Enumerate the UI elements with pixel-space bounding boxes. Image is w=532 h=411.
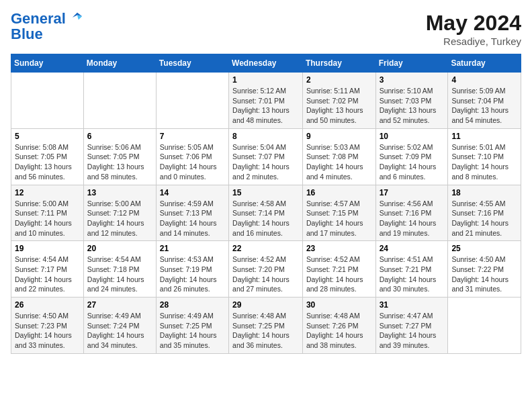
calendar-cell: 30Sunrise: 4:48 AMSunset: 7:26 PMDayligh…	[302, 298, 375, 354]
calendar-cell	[448, 298, 521, 354]
calendar-cell: 2Sunrise: 5:11 AMSunset: 7:02 PMDaylight…	[302, 73, 375, 129]
day-number: 12	[15, 188, 80, 197]
day-info: Sunrise: 5:06 AMSunset: 7:05 PMDaylight:…	[87, 142, 152, 182]
day-info: Sunrise: 4:53 AMSunset: 7:19 PMDaylight:…	[160, 255, 225, 294]
month-title: May 2024	[426, 11, 521, 36]
calendar-cell: 26Sunrise: 4:50 AMSunset: 7:23 PMDayligh…	[11, 298, 84, 354]
calendar-cell: 22Sunrise: 4:52 AMSunset: 7:20 PMDayligh…	[229, 241, 303, 298]
calendar-cell: 5Sunrise: 5:08 AMSunset: 7:05 PMDaylight…	[11, 128, 84, 185]
calendar-week-row: 5Sunrise: 5:08 AMSunset: 7:05 PMDaylight…	[11, 128, 521, 185]
day-number: 8	[232, 132, 299, 141]
weekday-header: Saturday	[448, 54, 521, 73]
day-number: 7	[160, 132, 225, 141]
logo-bird-icon	[71, 11, 83, 24]
day-number: 21	[160, 244, 225, 253]
calendar-cell: 19Sunrise: 4:54 AMSunset: 7:17 PMDayligh…	[11, 241, 84, 298]
day-info: Sunrise: 4:52 AMSunset: 7:21 PMDaylight:…	[306, 255, 372, 294]
day-number: 1	[232, 75, 299, 85]
day-number: 20	[87, 244, 152, 253]
day-number: 17	[380, 188, 445, 197]
day-info: Sunrise: 5:01 AMSunset: 7:10 PMDaylight:…	[451, 142, 517, 182]
calendar-week-row: 26Sunrise: 4:50 AMSunset: 7:23 PMDayligh…	[11, 298, 521, 354]
calendar-cell: 27Sunrise: 4:49 AMSunset: 7:24 PMDayligh…	[83, 298, 156, 354]
day-info: Sunrise: 4:54 AMSunset: 7:18 PMDaylight:…	[87, 255, 152, 294]
day-number: 13	[87, 188, 152, 197]
day-info: Sunrise: 5:11 AMSunset: 7:02 PMDaylight:…	[306, 86, 372, 126]
calendar-cell: 31Sunrise: 4:47 AMSunset: 7:27 PMDayligh…	[375, 298, 448, 354]
day-number: 4	[451, 75, 517, 85]
weekday-header: Thursday	[302, 54, 375, 73]
day-number: 27	[87, 300, 152, 310]
calendar-cell	[156, 73, 228, 129]
day-info: Sunrise: 5:05 AMSunset: 7:06 PMDaylight:…	[160, 142, 225, 182]
day-number: 22	[232, 244, 299, 253]
calendar-cell: 24Sunrise: 4:51 AMSunset: 7:21 PMDayligh…	[375, 241, 448, 298]
day-info: Sunrise: 5:00 AMSunset: 7:12 PMDaylight:…	[87, 199, 152, 238]
calendar-cell: 1Sunrise: 5:12 AMSunset: 7:01 PMDaylight…	[229, 73, 303, 129]
day-info: Sunrise: 5:10 AMSunset: 7:03 PMDaylight:…	[380, 86, 445, 126]
calendar-cell: 13Sunrise: 5:00 AMSunset: 7:12 PMDayligh…	[83, 185, 156, 241]
day-info: Sunrise: 4:47 AMSunset: 7:27 PMDaylight:…	[380, 311, 445, 351]
title-block: May 2024 Resadiye, Turkey	[426, 11, 521, 47]
weekday-header: Tuesday	[156, 54, 228, 73]
day-number: 6	[87, 132, 152, 141]
day-number: 16	[306, 188, 372, 197]
calendar-cell	[11, 73, 84, 129]
calendar-cell: 25Sunrise: 4:50 AMSunset: 7:22 PMDayligh…	[448, 241, 521, 298]
day-info: Sunrise: 4:59 AMSunset: 7:13 PMDaylight:…	[160, 199, 225, 238]
weekday-header: Friday	[375, 54, 448, 73]
calendar-cell: 23Sunrise: 4:52 AMSunset: 7:21 PMDayligh…	[302, 241, 375, 298]
calendar-cell: 18Sunrise: 4:55 AMSunset: 7:16 PMDayligh…	[448, 185, 521, 241]
day-info: Sunrise: 4:50 AMSunset: 7:22 PMDaylight:…	[451, 255, 517, 294]
calendar-cell: 10Sunrise: 5:02 AMSunset: 7:09 PMDayligh…	[375, 128, 448, 185]
day-info: Sunrise: 4:58 AMSunset: 7:14 PMDaylight:…	[232, 199, 299, 238]
day-info: Sunrise: 4:50 AMSunset: 7:23 PMDaylight:…	[15, 311, 80, 351]
day-number: 23	[306, 244, 372, 253]
day-info: Sunrise: 4:57 AMSunset: 7:15 PMDaylight:…	[306, 199, 372, 238]
day-number: 2	[306, 75, 372, 85]
day-number: 10	[380, 132, 445, 141]
day-number: 11	[451, 132, 517, 141]
day-info: Sunrise: 4:54 AMSunset: 7:17 PMDaylight:…	[15, 255, 80, 294]
calendar-cell	[83, 73, 156, 129]
day-info: Sunrise: 5:02 AMSunset: 7:09 PMDaylight:…	[380, 142, 445, 182]
day-info: Sunrise: 4:48 AMSunset: 7:26 PMDaylight:…	[306, 311, 372, 351]
weekday-header: Sunday	[11, 54, 84, 73]
calendar-cell: 14Sunrise: 4:59 AMSunset: 7:13 PMDayligh…	[156, 185, 228, 241]
day-number: 9	[306, 132, 372, 141]
calendar-cell: 20Sunrise: 4:54 AMSunset: 7:18 PMDayligh…	[83, 241, 156, 298]
day-info: Sunrise: 4:49 AMSunset: 7:24 PMDaylight:…	[87, 311, 152, 351]
calendar-body: 1Sunrise: 5:12 AMSunset: 7:01 PMDaylight…	[11, 73, 521, 354]
day-number: 26	[15, 300, 80, 310]
weekday-header: Wednesday	[229, 54, 303, 73]
day-info: Sunrise: 5:09 AMSunset: 7:04 PMDaylight:…	[451, 86, 517, 126]
calendar-cell: 7Sunrise: 5:05 AMSunset: 7:06 PMDaylight…	[156, 128, 228, 185]
day-info: Sunrise: 4:56 AMSunset: 7:16 PMDaylight:…	[380, 199, 445, 238]
day-info: Sunrise: 4:52 AMSunset: 7:20 PMDaylight:…	[232, 255, 299, 294]
calendar-cell: 15Sunrise: 4:58 AMSunset: 7:14 PMDayligh…	[229, 185, 303, 241]
weekday-header: Monday	[83, 54, 156, 73]
day-number: 30	[306, 300, 372, 310]
day-number: 14	[160, 188, 225, 197]
day-info: Sunrise: 5:08 AMSunset: 7:05 PMDaylight:…	[15, 142, 80, 182]
calendar-cell: 29Sunrise: 4:48 AMSunset: 7:25 PMDayligh…	[229, 298, 303, 354]
day-info: Sunrise: 5:04 AMSunset: 7:07 PMDaylight:…	[232, 142, 299, 182]
page-header: General Blue May 2024 Resadiye, Turkey	[11, 11, 521, 47]
day-info: Sunrise: 5:03 AMSunset: 7:08 PMDaylight:…	[306, 142, 372, 182]
day-info: Sunrise: 5:12 AMSunset: 7:01 PMDaylight:…	[232, 86, 299, 126]
day-info: Sunrise: 4:49 AMSunset: 7:25 PMDaylight:…	[160, 311, 225, 351]
day-number: 29	[232, 300, 299, 310]
day-number: 28	[160, 300, 225, 310]
day-info: Sunrise: 4:48 AMSunset: 7:25 PMDaylight:…	[232, 311, 299, 351]
location: Resadiye, Turkey	[426, 36, 521, 47]
day-info: Sunrise: 4:55 AMSunset: 7:16 PMDaylight:…	[451, 199, 517, 238]
calendar-cell: 28Sunrise: 4:49 AMSunset: 7:25 PMDayligh…	[156, 298, 228, 354]
calendar-week-row: 12Sunrise: 5:00 AMSunset: 7:11 PMDayligh…	[11, 185, 521, 241]
logo-text: General	[11, 11, 83, 27]
calendar-week-row: 19Sunrise: 4:54 AMSunset: 7:17 PMDayligh…	[11, 241, 521, 298]
calendar-cell: 21Sunrise: 4:53 AMSunset: 7:19 PMDayligh…	[156, 241, 228, 298]
day-number: 18	[451, 188, 517, 197]
calendar-cell: 4Sunrise: 5:09 AMSunset: 7:04 PMDaylight…	[448, 73, 521, 129]
calendar-cell: 3Sunrise: 5:10 AMSunset: 7:03 PMDaylight…	[375, 73, 448, 129]
day-number: 5	[15, 132, 80, 141]
